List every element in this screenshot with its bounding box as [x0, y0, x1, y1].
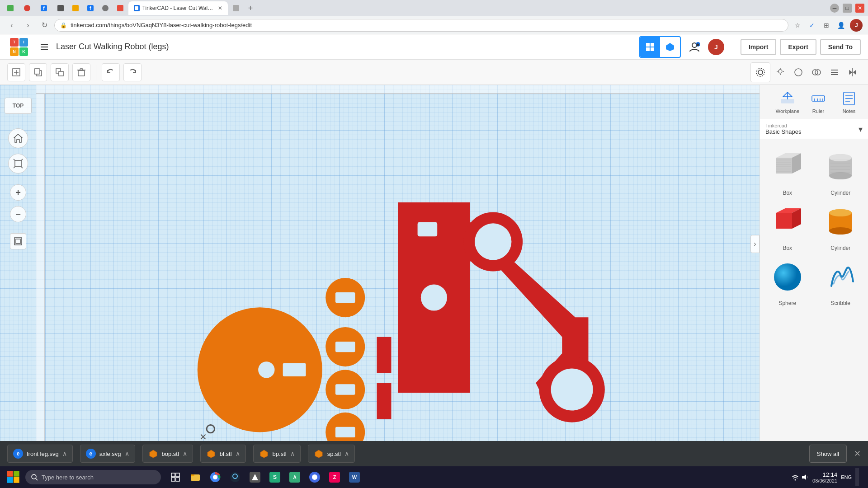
refresh-button[interactable]: ↻: [38, 19, 51, 32]
shape-box-gray[interactable]: Box: [764, 146, 811, 196]
camera-tool[interactable]: [750, 62, 770, 82]
panel-collapse-button[interactable]: ›: [750, 235, 760, 253]
download-item-5[interactable]: bp.stl ∧: [253, 445, 301, 463]
dl-chevron-3[interactable]: ∧: [183, 450, 187, 457]
svg-point-83: [829, 154, 852, 161]
start-button[interactable]: [4, 467, 24, 487]
taskbar-word[interactable]: W: [345, 468, 363, 486]
svg-marker-120: [802, 474, 806, 480]
duplicate-tool[interactable]: [51, 63, 69, 81]
taskbar-steam[interactable]: [226, 468, 244, 486]
browser-tab-1[interactable]: [4, 1, 19, 15]
back-button[interactable]: ‹: [5, 19, 18, 32]
dl-chevron-2[interactable]: ∧: [125, 450, 129, 457]
object-type-button[interactable]: [10, 233, 26, 249]
import-button[interactable]: Import: [741, 39, 777, 55]
undo-button[interactable]: [102, 63, 120, 81]
taskbar-app2[interactable]: S: [266, 468, 284, 486]
export-button[interactable]: Export: [780, 39, 816, 55]
user-avatar[interactable]: J: [850, 19, 863, 32]
dl-chevron-4[interactable]: ∧: [236, 450, 240, 457]
download-item-2[interactable]: e axle.svg ∧: [80, 445, 135, 463]
redo-button[interactable]: [123, 63, 142, 81]
taskbar-app3[interactable]: A: [286, 468, 304, 486]
3d-view-button[interactable]: [660, 37, 680, 57]
taskbar-chrome[interactable]: [206, 468, 224, 486]
taskbar-search[interactable]: Type here to search: [25, 470, 161, 484]
download-item-3[interactable]: bop.stl ∧: [142, 445, 193, 463]
red-rect-2[interactable]: [377, 383, 391, 419]
show-all-button[interactable]: Show all: [809, 445, 847, 463]
new-shape-tool[interactable]: [7, 63, 25, 81]
send-to-button[interactable]: Send To: [820, 39, 861, 55]
copy-tool[interactable]: [29, 63, 47, 81]
shape-cylinder-orange[interactable]: Cylinder: [817, 202, 865, 251]
browser-tab-8[interactable]: [113, 1, 127, 15]
view-label: TOP: [5, 98, 32, 114]
account-icon[interactable]: +: [684, 37, 704, 57]
browser-tab-10[interactable]: [229, 1, 243, 15]
tab-close-icon[interactable]: ✕: [218, 5, 222, 11]
extensions-icon[interactable]: ⊞: [821, 20, 832, 31]
home-view-button[interactable]: [8, 128, 28, 148]
browser-tab-6[interactable]: f: [84, 1, 97, 15]
mirror-tool[interactable]: [844, 64, 861, 80]
dl-chevron-5[interactable]: ∧: [290, 450, 295, 457]
shape-tool[interactable]: [790, 64, 807, 80]
ruler-label: Ruler: [812, 108, 824, 114]
svg-point-28: [795, 69, 802, 76]
profile-icon[interactable]: 👤: [835, 20, 846, 31]
window-close[interactable]: ✕: [855, 4, 864, 13]
download-item-4[interactable]: bl.stl ∧: [200, 445, 246, 463]
download-item-1[interactable]: e front leg.svg ∧: [7, 445, 73, 463]
app-layout: T I N K Laser Cut Walking Robot (legs): [0, 34, 868, 488]
browser-tab-3[interactable]: f: [37, 1, 52, 15]
checkmark-extension-icon[interactable]: ✓: [807, 20, 817, 31]
zoom-out-button[interactable]: −: [10, 206, 26, 222]
svg-rect-50: [335, 342, 355, 352]
menu-icon-button[interactable]: [36, 39, 52, 55]
taskbar-explorer[interactable]: [186, 468, 204, 486]
taskbar-app4[interactable]: [306, 468, 324, 486]
align-tool[interactable]: [826, 64, 843, 80]
show-desktop-button[interactable]: [855, 468, 859, 486]
shape-scribble-blue[interactable]: Scribble: [817, 257, 865, 306]
dl-chevron-1[interactable]: ∧: [62, 450, 67, 457]
profile-avatar[interactable]: J: [708, 39, 724, 55]
window-minimize[interactable]: ─: [830, 4, 839, 13]
download-item-6[interactable]: sp.stl ∧: [308, 445, 355, 463]
forward-button[interactable]: ›: [22, 19, 34, 32]
close-download-bar-icon[interactable]: ✕: [854, 449, 861, 459]
svg-rect-20: [80, 69, 83, 70]
red-rect-1[interactable]: [377, 337, 391, 373]
browser-tab-2[interactable]: [20, 1, 36, 15]
subtract-tool[interactable]: [808, 64, 825, 80]
design-canvas[interactable]: ✕: [36, 94, 760, 488]
address-input[interactable]: 🔒 tinkercad.com/things/boVNGaqN3Y8-laser…: [54, 19, 788, 32]
canvas-area[interactable]: TOP + −: [0, 85, 760, 488]
task-view-button[interactable]: [166, 468, 184, 486]
zoom-in-button[interactable]: +: [10, 184, 26, 201]
browser-tab-5[interactable]: [69, 1, 82, 15]
dl-chevron-6[interactable]: ∧: [344, 450, 349, 457]
light-tool[interactable]: [772, 64, 788, 80]
grid-view-button[interactable]: [640, 37, 660, 57]
library-expand-icon[interactable]: ▾: [859, 124, 863, 134]
bookmark-icon[interactable]: ☆: [792, 20, 803, 31]
notes-button[interactable]: Notes: [835, 89, 863, 116]
shape-sphere-blue[interactable]: Sphere: [764, 257, 811, 306]
project-title: Laser Cut Walking Robot (legs): [56, 42, 639, 52]
shape-box-red[interactable]: Box: [764, 202, 811, 251]
taskbar-app1[interactable]: [246, 468, 264, 486]
new-tab-button[interactable]: +: [244, 2, 257, 14]
taskbar-app5[interactable]: Z: [326, 468, 344, 486]
delete-tool[interactable]: [72, 63, 90, 81]
window-maximize[interactable]: □: [843, 4, 852, 13]
browser-tab-4[interactable]: [54, 1, 67, 15]
shape-cylinder-gray[interactable]: Cylinder: [817, 146, 865, 196]
fit-view-button[interactable]: [8, 154, 28, 174]
workplane-button[interactable]: Workplane: [774, 89, 801, 116]
ruler-button[interactable]: Ruler: [805, 89, 832, 116]
browser-tab-7[interactable]: [99, 1, 112, 15]
browser-tab-active[interactable]: TinkerCAD - Laser Cut Walking... ✕: [128, 1, 228, 15]
